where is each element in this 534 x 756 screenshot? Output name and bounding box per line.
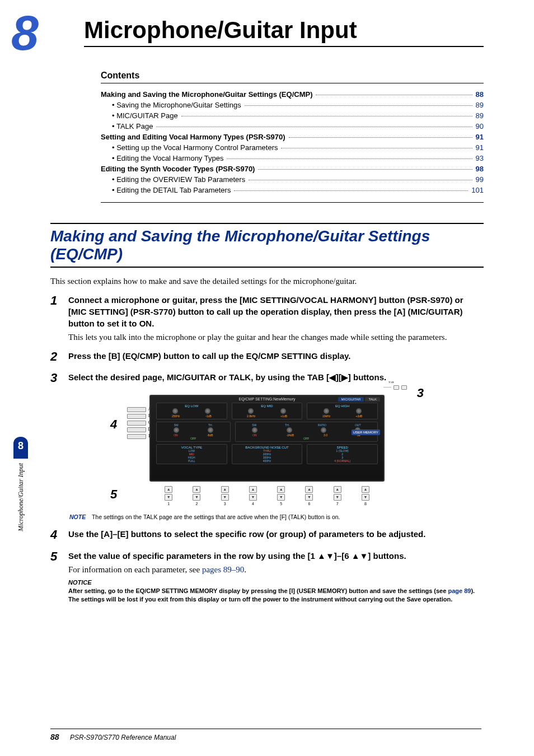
toc-row[interactable]: • MIC/GUITAR Page89: [101, 110, 484, 121]
step5-p-pre: For information on each parameter, see: [68, 565, 202, 574]
grid-up-4[interactable]: ▲: [249, 486, 257, 493]
grid-num: 5: [280, 502, 282, 506]
step-4: 4 Use the [A]–[E] buttons to select the …: [50, 528, 484, 542]
note-text: The settings on the TALK page are the se…: [92, 514, 340, 520]
toc-row[interactable]: Editing the Synth Vocoder Types (PSR-S97…: [101, 164, 484, 174]
side-button-e[interactable]: E: [127, 434, 146, 439]
side-button-d[interactable]: D: [127, 427, 146, 432]
toc-dots: [234, 190, 468, 191]
side-button-a[interactable]: A: [127, 407, 146, 412]
toc-page: 99: [476, 175, 484, 184]
step-number: 3: [50, 371, 60, 385]
grid-up-8[interactable]: ▲: [362, 486, 369, 493]
tab-label: TAB: [388, 381, 394, 384]
footer: 88 PSR-S970/S770 Reference Manual: [50, 729, 481, 741]
grid-col-4: ▲▼4: [245, 486, 261, 506]
grid-num: 7: [336, 502, 339, 506]
grid-up-6[interactable]: ▲: [305, 486, 313, 493]
toc-dots: [181, 116, 472, 116]
title-rule: [84, 46, 484, 47]
user-memory-button[interactable]: USER MEMORY: [352, 430, 380, 435]
toc-dots: [281, 148, 472, 148]
step-number: 4: [50, 528, 60, 542]
toc-dots: [258, 169, 472, 170]
toc-dots: [289, 137, 472, 138]
notice-link[interactable]: page 89: [448, 587, 471, 594]
screen: EQ/CMP SETTING:NewMemory MIC/GUITAR TALK…: [149, 395, 385, 482]
grid-col-6: ▲▼6: [301, 486, 317, 506]
grid-down-3[interactable]: ▼: [221, 494, 229, 501]
cmp-left-panel: SWTH. ON-8dB OFF: [156, 422, 231, 442]
eq-high-freq: 10kHz: [322, 414, 330, 418]
grid-num: 3: [224, 502, 226, 506]
tab-mic-guitar[interactable]: MIC/GUITAR: [338, 397, 364, 402]
note-tag: NOTE: [69, 514, 86, 520]
grid-down-8[interactable]: ▼: [362, 494, 369, 501]
grid-down-4[interactable]: ▼: [249, 494, 257, 501]
step-paragraph: This lets you talk into the microphone o…: [68, 333, 484, 342]
toc-row[interactable]: • Setting up the Vocal Harmony Control P…: [101, 142, 484, 153]
grid-up-3[interactable]: ▲: [221, 486, 229, 493]
step-number: 5: [50, 550, 60, 604]
tab-talk[interactable]: TALK: [365, 397, 380, 402]
cmp-sw-label: SW: [174, 423, 179, 427]
side-button-b[interactable]: B: [127, 414, 146, 419]
toc-row[interactable]: • Saving the Microphone/Guitar Settings8…: [101, 100, 484, 110]
section-heading: Making and Saving the Microphone/Guitar …: [50, 223, 484, 268]
eq-low-panel: EQ LOW 250Hz-1dB: [156, 403, 227, 419]
grid-num: 8: [364, 502, 367, 506]
tab-right-button[interactable]: [401, 385, 407, 390]
step5-p-post: .: [244, 565, 246, 574]
toc-page: 89: [476, 101, 484, 109]
notice-pre: After setting, go to the EQ/CMP SETTING …: [68, 587, 448, 594]
grid-down-2[interactable]: ▼: [193, 494, 200, 501]
side-button-c[interactable]: C: [127, 421, 146, 426]
grid-up-5[interactable]: ▲: [277, 486, 285, 493]
step-heading: Use the [A]–[E] buttons to select the sp…: [68, 528, 484, 540]
eq-high-gain: +2dB: [356, 414, 363, 418]
side-tab: 8 Microphone/Guitar Input: [13, 437, 28, 531]
grid-down-7[interactable]: ▼: [334, 494, 341, 501]
toc-bottom-rule: [101, 202, 484, 203]
toc-dots: [156, 127, 472, 127]
grid-up-7[interactable]: ▲: [334, 486, 341, 493]
grid-down-5[interactable]: ▼: [277, 494, 285, 501]
toc-label: • Editing the Vocal Harmony Types: [112, 154, 223, 162]
callout-4: 4: [110, 417, 117, 432]
toc-row[interactable]: Setting and Editing Vocal Harmony Types …: [101, 132, 484, 142]
eq-mid-panel: EQ MID 2.8kHz+1dB: [232, 403, 303, 419]
grid-num: 2: [195, 502, 198, 506]
toc-page: 88: [476, 90, 484, 99]
pages-link[interactable]: pages 89–90: [202, 565, 244, 574]
toc-row[interactable]: • TALK Page90: [101, 121, 484, 132]
step-number: 1: [50, 294, 60, 342]
toc-dots: [245, 105, 472, 106]
speed-4: 4 (NORMAL): [310, 459, 375, 463]
cmp-sw-val: ON: [174, 433, 178, 437]
toc-row[interactable]: Making and Saving the Microphone/Guitar …: [101, 89, 484, 100]
cmp-sw2-label: SW: [252, 423, 256, 427]
toc-label: Making and Saving the Microphone/Guitar …: [101, 90, 312, 99]
contents-heading: Contents: [101, 71, 484, 83]
notice-body: After setting, go to the EQ/CMP SETTING …: [68, 587, 484, 604]
toc-row[interactable]: • Editing the OVERVIEW Tab Parameters99: [101, 174, 484, 185]
cmp-sw2-val: ON: [252, 433, 257, 437]
cmp-th2-label: TH.: [285, 423, 289, 427]
notice-heading: NOTICE: [68, 579, 484, 586]
grid-down-6[interactable]: ▼: [305, 494, 313, 501]
grid-up-2[interactable]: ▲: [193, 486, 200, 493]
step-heading: Set the value of specific parameters in …: [68, 550, 484, 562]
grid-down-1[interactable]: ▼: [165, 494, 172, 501]
grid-col-2: ▲▼2: [189, 486, 204, 506]
toc-page: 98: [476, 165, 484, 173]
tab-left-button[interactable]: [394, 385, 399, 390]
toc-row[interactable]: • Editing the DETAIL Tab Parameters101: [101, 185, 484, 195]
screen-diagram: 4 5 3 TAB ······· ABCDE EQ/CMP SETTING:N…: [149, 395, 385, 506]
page-title: Microphone/Guitar Input: [84, 17, 484, 44]
chapter-number: 8: [11, 13, 39, 53]
tab-buttons: TAB ·······: [383, 385, 407, 390]
toc-row[interactable]: • Editing the Vocal Harmony Types93: [101, 153, 484, 164]
toc-label: • MIC/GUITAR Page: [112, 111, 178, 120]
grid-up-1[interactable]: ▲: [165, 486, 172, 493]
contents-block: Contents Making and Saving the Microphon…: [101, 71, 484, 203]
